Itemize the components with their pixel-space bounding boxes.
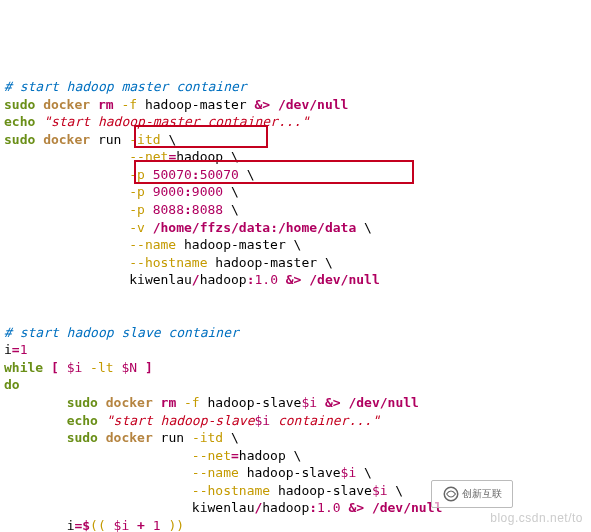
kw-sudo: sudo: [4, 132, 35, 147]
var: $i: [372, 483, 388, 498]
slash: /: [380, 395, 388, 410]
flag-name: --name: [129, 237, 176, 252]
ver: 1.0: [254, 272, 277, 287]
bs: \: [294, 448, 302, 463]
slash: /: [153, 220, 161, 235]
bs: \: [395, 483, 403, 498]
path: null: [388, 395, 419, 410]
flag-net: --net: [192, 448, 231, 463]
port: 9000: [192, 184, 223, 199]
rb: ]: [145, 360, 153, 375]
var: $i: [341, 465, 357, 480]
tok-rm: rm: [161, 395, 177, 410]
string: "start hadoop-master container...": [43, 114, 309, 129]
tok-rm: rm: [98, 97, 114, 112]
colon: :: [309, 500, 317, 515]
watermark-logo-text: 创新互联: [462, 487, 502, 501]
slash: /: [372, 500, 380, 515]
lb: [: [51, 360, 59, 375]
ver: 1.0: [317, 500, 340, 515]
tok-run: run: [161, 430, 184, 445]
path: null: [317, 97, 348, 112]
path: home: [161, 220, 192, 235]
slash: /: [309, 272, 317, 287]
slash: /: [278, 97, 286, 112]
cmd-docker: docker: [106, 430, 153, 445]
colon: :: [184, 184, 192, 199]
port: 50070: [200, 167, 239, 182]
plus: +: [137, 518, 145, 532]
img: kiwenlau: [192, 500, 255, 515]
port: 8088: [153, 202, 184, 217]
flag-hostname: --hostname: [129, 255, 207, 270]
bs: \: [325, 255, 333, 270]
var: $N: [121, 360, 137, 375]
slash: /: [403, 500, 411, 515]
logo-icon: [442, 485, 460, 503]
colon: :: [270, 220, 278, 235]
bs: \: [231, 202, 239, 217]
kw-echo: echo: [67, 413, 98, 428]
flag-v: -v: [129, 220, 145, 235]
bs: \: [231, 430, 239, 445]
flag-f: -f: [184, 395, 200, 410]
arg: hadoop-slave: [208, 395, 302, 410]
bs: \: [364, 465, 372, 480]
code-block: # start hadoop master container sudo doc…: [4, 78, 587, 532]
flag-itd: -itd: [129, 132, 160, 147]
path: ffzs: [200, 220, 231, 235]
path: null: [348, 272, 379, 287]
kw-do: do: [4, 377, 20, 392]
port: 9000: [153, 184, 184, 199]
slash: /: [192, 220, 200, 235]
flag-p: -p: [129, 184, 145, 199]
img: hadoop: [200, 272, 247, 287]
path: data: [239, 220, 270, 235]
bs: \: [294, 237, 302, 252]
watermark-text: blog.csdn.net/to: [490, 510, 583, 526]
op: &>: [286, 272, 302, 287]
val: hadoop-master: [184, 237, 286, 252]
flag-net: --net: [129, 149, 168, 164]
path: dev: [380, 500, 403, 515]
var: i: [4, 342, 12, 357]
kw-sudo: sudo: [4, 97, 35, 112]
port: 8088: [192, 202, 223, 217]
eq: =: [12, 342, 20, 357]
flag-name: --name: [192, 465, 239, 480]
flag-f: -f: [121, 97, 137, 112]
comment: # start hadoop slave container: [4, 325, 239, 340]
colon: :: [192, 167, 200, 182]
kw-sudo: sudo: [67, 430, 98, 445]
op: &>: [325, 395, 341, 410]
cmd-docker: docker: [106, 395, 153, 410]
bs: \: [247, 167, 255, 182]
num: 1: [20, 342, 28, 357]
img: kiwenlau: [129, 272, 192, 287]
bs: \: [231, 149, 239, 164]
op-lt: -lt: [90, 360, 113, 375]
op: &>: [254, 97, 270, 112]
string: container...": [270, 413, 380, 428]
num: 1: [153, 518, 161, 532]
arg: hadoop-master: [145, 97, 247, 112]
flag-itd: -itd: [192, 430, 223, 445]
string: "start hadoop-slave: [106, 413, 255, 428]
flag-p: -p: [129, 202, 145, 217]
slash: /: [309, 97, 317, 112]
bs: \: [364, 220, 372, 235]
var: $i: [67, 360, 83, 375]
val: hadoop: [239, 448, 286, 463]
path: dev: [286, 97, 309, 112]
slash: /: [317, 220, 325, 235]
val: hadoop-slave: [278, 483, 372, 498]
watermark-logo: 创新互联: [431, 480, 513, 508]
cmd-docker: docker: [43, 97, 90, 112]
img: hadoop: [262, 500, 309, 515]
slash: /: [231, 220, 239, 235]
var: $i: [114, 518, 130, 532]
port: 50070: [153, 167, 192, 182]
var: $i: [254, 413, 270, 428]
kw-sudo: sudo: [67, 395, 98, 410]
slash: /: [278, 220, 286, 235]
